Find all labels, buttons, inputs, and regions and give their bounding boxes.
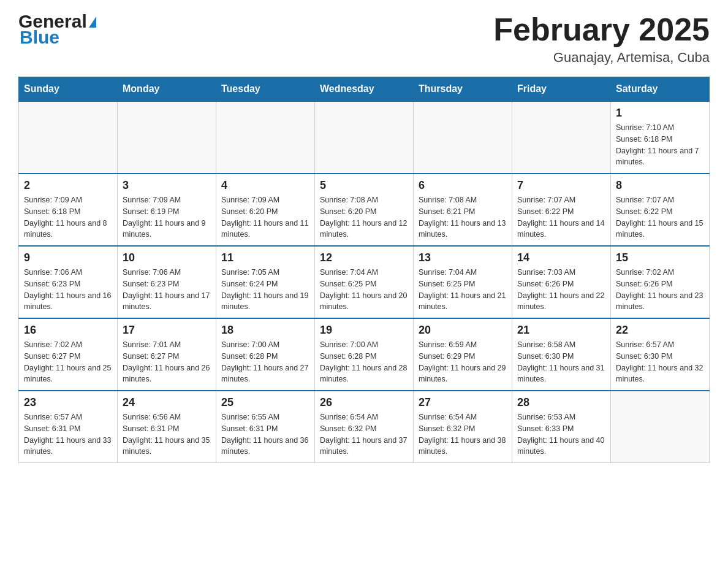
logo: General Blue xyxy=(18,12,96,48)
day-number: 24 xyxy=(123,396,211,409)
calendar-cell xyxy=(512,101,611,174)
calendar-week-3: 9Sunrise: 7:06 AMSunset: 6:23 PMDaylight… xyxy=(19,246,710,318)
day-number: 11 xyxy=(221,251,309,264)
day-of-week-thursday: Thursday xyxy=(414,77,512,102)
day-number: 6 xyxy=(419,179,507,192)
month-title: February 2025 xyxy=(493,12,710,47)
calendar-week-5: 23Sunrise: 6:57 AMSunset: 6:31 PMDayligh… xyxy=(19,391,710,463)
day-info: Sunrise: 7:07 AMSunset: 6:22 PMDaylight:… xyxy=(616,194,704,240)
calendar-cell: 28Sunrise: 6:53 AMSunset: 6:33 PMDayligh… xyxy=(512,391,611,463)
calendar-cell xyxy=(414,101,512,174)
day-number: 17 xyxy=(123,324,211,337)
day-of-week-sunday: Sunday xyxy=(19,77,118,102)
day-info: Sunrise: 7:06 AMSunset: 6:23 PMDaylight:… xyxy=(24,267,112,313)
day-info: Sunrise: 7:10 AMSunset: 6:18 PMDaylight:… xyxy=(616,122,704,168)
days-of-week-row: SundayMondayTuesdayWednesdayThursdayFrid… xyxy=(19,77,710,102)
day-number: 22 xyxy=(616,324,704,337)
calendar-cell xyxy=(216,101,315,174)
calendar-cell: 26Sunrise: 6:54 AMSunset: 6:32 PMDayligh… xyxy=(315,391,414,463)
day-number: 8 xyxy=(616,179,704,192)
calendar-cell: 9Sunrise: 7:06 AMSunset: 6:23 PMDaylight… xyxy=(19,246,118,318)
day-number: 13 xyxy=(419,251,507,264)
calendar-cell xyxy=(315,101,414,174)
calendar-cell: 1Sunrise: 7:10 AMSunset: 6:18 PMDaylight… xyxy=(611,101,710,174)
day-info: Sunrise: 7:08 AMSunset: 6:20 PMDaylight:… xyxy=(320,194,408,240)
day-info: Sunrise: 6:56 AMSunset: 6:31 PMDaylight:… xyxy=(123,412,211,458)
calendar-cell: 19Sunrise: 7:00 AMSunset: 6:28 PMDayligh… xyxy=(315,318,414,391)
calendar-cell: 16Sunrise: 7:02 AMSunset: 6:27 PMDayligh… xyxy=(19,318,118,391)
day-info: Sunrise: 6:57 AMSunset: 6:30 PMDaylight:… xyxy=(616,339,704,385)
day-info: Sunrise: 7:08 AMSunset: 6:21 PMDaylight:… xyxy=(419,194,507,240)
calendar-cell: 6Sunrise: 7:08 AMSunset: 6:21 PMDaylight… xyxy=(414,174,512,246)
calendar-cell: 11Sunrise: 7:05 AMSunset: 6:24 PMDayligh… xyxy=(216,246,315,318)
day-info: Sunrise: 7:02 AMSunset: 6:26 PMDaylight:… xyxy=(616,267,704,313)
day-info: Sunrise: 7:09 AMSunset: 6:20 PMDaylight:… xyxy=(221,194,309,240)
calendar-cell: 7Sunrise: 7:07 AMSunset: 6:22 PMDaylight… xyxy=(512,174,611,246)
calendar-header: SundayMondayTuesdayWednesdayThursdayFrid… xyxy=(19,77,710,102)
day-info: Sunrise: 6:54 AMSunset: 6:32 PMDaylight:… xyxy=(419,412,507,458)
calendar-cell: 24Sunrise: 6:56 AMSunset: 6:31 PMDayligh… xyxy=(118,391,216,463)
day-info: Sunrise: 7:09 AMSunset: 6:19 PMDaylight:… xyxy=(123,194,211,240)
day-of-week-saturday: Saturday xyxy=(611,77,710,102)
day-info: Sunrise: 7:07 AMSunset: 6:22 PMDaylight:… xyxy=(517,194,605,240)
day-number: 26 xyxy=(320,396,408,409)
day-number: 28 xyxy=(517,396,605,409)
day-info: Sunrise: 7:00 AMSunset: 6:28 PMDaylight:… xyxy=(320,339,408,385)
title-block: February 2025 Guanajay, Artemisa, Cuba xyxy=(493,12,710,66)
day-number: 27 xyxy=(419,396,507,409)
calendar-cell: 10Sunrise: 7:06 AMSunset: 6:23 PMDayligh… xyxy=(118,246,216,318)
day-number: 23 xyxy=(24,396,112,409)
location: Guanajay, Artemisa, Cuba xyxy=(493,50,710,66)
calendar-cell: 3Sunrise: 7:09 AMSunset: 6:19 PMDaylight… xyxy=(118,174,216,246)
logo-triangle-icon xyxy=(89,17,96,28)
calendar-cell: 14Sunrise: 7:03 AMSunset: 6:26 PMDayligh… xyxy=(512,246,611,318)
calendar-cell: 22Sunrise: 6:57 AMSunset: 6:30 PMDayligh… xyxy=(611,318,710,391)
day-info: Sunrise: 7:04 AMSunset: 6:25 PMDaylight:… xyxy=(320,267,408,313)
day-number: 3 xyxy=(123,179,211,192)
calendar-cell: 17Sunrise: 7:01 AMSunset: 6:27 PMDayligh… xyxy=(118,318,216,391)
calendar-cell: 8Sunrise: 7:07 AMSunset: 6:22 PMDaylight… xyxy=(611,174,710,246)
calendar-week-1: 1Sunrise: 7:10 AMSunset: 6:18 PMDaylight… xyxy=(19,101,710,174)
day-of-week-monday: Monday xyxy=(118,77,216,102)
day-info: Sunrise: 7:04 AMSunset: 6:25 PMDaylight:… xyxy=(419,267,507,313)
day-number: 14 xyxy=(517,251,605,264)
day-number: 7 xyxy=(517,179,605,192)
calendar-cell: 27Sunrise: 6:54 AMSunset: 6:32 PMDayligh… xyxy=(414,391,512,463)
day-info: Sunrise: 6:55 AMSunset: 6:31 PMDaylight:… xyxy=(221,412,309,458)
day-info: Sunrise: 6:57 AMSunset: 6:31 PMDaylight:… xyxy=(24,412,112,458)
calendar-week-2: 2Sunrise: 7:09 AMSunset: 6:18 PMDaylight… xyxy=(19,174,710,246)
day-of-week-friday: Friday xyxy=(512,77,611,102)
calendar-cell: 4Sunrise: 7:09 AMSunset: 6:20 PMDaylight… xyxy=(216,174,315,246)
calendar-cell: 21Sunrise: 6:58 AMSunset: 6:30 PMDayligh… xyxy=(512,318,611,391)
day-info: Sunrise: 6:54 AMSunset: 6:32 PMDaylight:… xyxy=(320,412,408,458)
day-info: Sunrise: 7:00 AMSunset: 6:28 PMDaylight:… xyxy=(221,339,309,385)
day-number: 1 xyxy=(616,107,704,120)
calendar-week-4: 16Sunrise: 7:02 AMSunset: 6:27 PMDayligh… xyxy=(19,318,710,391)
calendar-cell: 5Sunrise: 7:08 AMSunset: 6:20 PMDaylight… xyxy=(315,174,414,246)
calendar-cell xyxy=(118,101,216,174)
logo-blue-text: Blue xyxy=(20,27,59,48)
calendar-cell: 20Sunrise: 6:59 AMSunset: 6:29 PMDayligh… xyxy=(414,318,512,391)
day-of-week-wednesday: Wednesday xyxy=(315,77,414,102)
day-info: Sunrise: 7:02 AMSunset: 6:27 PMDaylight:… xyxy=(24,339,112,385)
day-info: Sunrise: 6:53 AMSunset: 6:33 PMDaylight:… xyxy=(517,412,605,458)
calendar-body: 1Sunrise: 7:10 AMSunset: 6:18 PMDaylight… xyxy=(19,101,710,463)
day-info: Sunrise: 6:58 AMSunset: 6:30 PMDaylight:… xyxy=(517,339,605,385)
day-info: Sunrise: 7:06 AMSunset: 6:23 PMDaylight:… xyxy=(123,267,211,313)
day-number: 25 xyxy=(221,396,309,409)
day-number: 16 xyxy=(24,324,112,337)
day-number: 12 xyxy=(320,251,408,264)
calendar-table: SundayMondayTuesdayWednesdayThursdayFrid… xyxy=(18,77,710,463)
day-number: 20 xyxy=(419,324,507,337)
day-number: 4 xyxy=(221,179,309,192)
day-info: Sunrise: 7:03 AMSunset: 6:26 PMDaylight:… xyxy=(517,267,605,313)
day-info: Sunrise: 7:01 AMSunset: 6:27 PMDaylight:… xyxy=(123,339,211,385)
calendar-cell: 15Sunrise: 7:02 AMSunset: 6:26 PMDayligh… xyxy=(611,246,710,318)
calendar-cell: 18Sunrise: 7:00 AMSunset: 6:28 PMDayligh… xyxy=(216,318,315,391)
page-header: General Blue February 2025 Guanajay, Art… xyxy=(18,12,710,66)
calendar-cell xyxy=(19,101,118,174)
day-number: 9 xyxy=(24,251,112,264)
day-info: Sunrise: 7:05 AMSunset: 6:24 PMDaylight:… xyxy=(221,267,309,313)
calendar-cell xyxy=(611,391,710,463)
day-of-week-tuesday: Tuesday xyxy=(216,77,315,102)
